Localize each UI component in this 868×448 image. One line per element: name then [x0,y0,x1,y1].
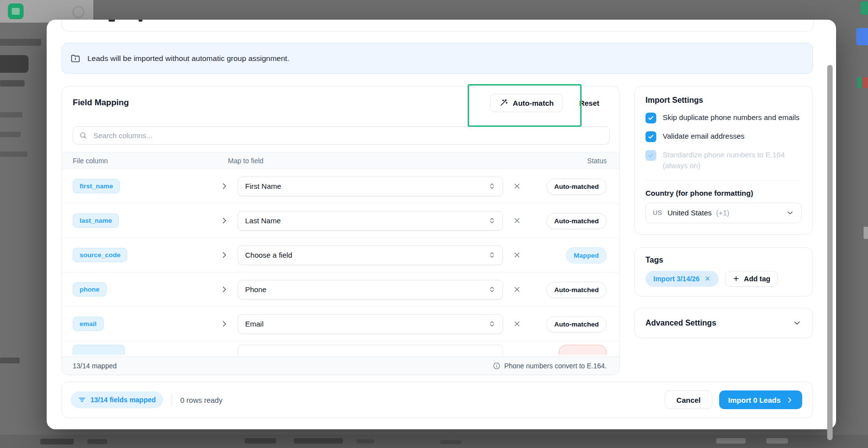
status-badge: Auto-matched [546,316,607,332]
chevron-right-icon [220,251,228,259]
plus-icon [732,275,740,282]
modal-scrollbar[interactable] [827,65,833,440]
import-leads-button[interactable]: Import 0 Leads [719,390,802,409]
updown-chevrons-icon [488,320,496,328]
file-column-header: File column [73,157,220,165]
mapping-row-email: email Email Auto-matched [62,307,619,341]
status-badge [559,345,607,355]
background-fragment [856,28,868,45]
background-fragment [766,438,788,444]
clear-mapping-button[interactable] [511,283,523,296]
map-to-field-select[interactable]: Last Name [238,211,503,231]
country-select[interactable]: US United States (+1) [645,203,802,223]
updown-chevrons-icon [488,182,496,190]
import-leads-modal: Leads will be imported without automatic… [47,20,836,429]
import-settings-title: Import Settings [645,96,802,105]
checkbox-checked-disabled-icon [645,150,656,161]
background-fragment [0,358,20,363]
background-fragment [245,438,276,444]
background-fragment [864,227,868,239]
mapping-row-phone: phone Phone Auto-matched [62,272,619,307]
field-mapping-title: Field Mapping [73,98,129,108]
status-badge: Auto-matched [546,179,607,195]
background-fragment [857,77,862,88]
tags-title: Tags [645,256,802,265]
map-to-field-select[interactable]: First Name [238,177,503,196]
chevron-right-icon [220,320,228,328]
background-fragment [0,55,28,73]
group-assignment-banner: Leads will be imported without automatic… [61,43,813,74]
tags-card: Tags Import 3/14/26 Add tag [634,247,813,297]
rows-ready-text: 0 rows ready [180,396,223,404]
cancel-button[interactable]: Cancel [665,390,712,409]
advanced-settings-toggle[interactable]: Advanced Settings [634,308,813,338]
phone-note: Phone numbers convert to E.164. [504,362,607,370]
clear-mapping-button[interactable] [511,180,523,192]
background-fragment [87,439,107,444]
remove-tag-button[interactable] [704,275,711,282]
clear-mapping-button[interactable] [511,249,523,261]
checkbox-standardize-e164: Standardize phone numbers to E.164 (alwa… [645,149,802,171]
mapping-row-source-code: source_code Choose a field Mapped [62,238,619,272]
filter-icon [78,396,86,404]
updown-chevrons-icon [488,286,496,293]
map-to-field-select[interactable]: Choose a field [238,245,503,265]
country-label: Country (for phone formatting) [645,189,802,197]
clear-mapping-button[interactable] [511,318,523,330]
chevron-right-icon [786,396,793,404]
background-fragment [40,439,74,445]
background-fragment [0,151,28,157]
folder-icon [70,53,81,63]
screen: Leads will be imported without automatic… [0,0,868,448]
app-logo [8,3,24,19]
file-column-pill: first_name [73,179,120,193]
import-settings-card: Import Settings Skip duplicate phone num… [634,86,813,235]
clipped-upload-card [61,20,814,31]
background-fragment [0,112,23,118]
divider [171,393,172,406]
chevron-right-icon [220,182,228,190]
background-fragment [440,440,462,444]
file-column-pill: email [73,317,104,331]
mapping-row-last-name: last_name Last Name Auto-matched [62,204,619,238]
advanced-settings-title: Advanced Settings [645,319,716,328]
background-fragment [0,132,21,137]
tag-chip: Import 3/14/26 [645,271,719,287]
chevron-down-icon [786,209,794,217]
file-column-pill: phone [73,282,107,297]
map-to-field-header: Map to field [228,157,503,165]
checkbox-skip-duplicates[interactable]: Skip duplicate phone numbers and emails [645,112,802,123]
map-to-field-select[interactable]: Phone [238,280,503,299]
mapping-table-footer: 13/14 mapped Phone numbers convert to E.… [62,357,619,375]
checkbox-validate-emails[interactable]: Validate email addresses [645,131,802,142]
status-badge: Auto-matched [546,213,607,229]
search-columns-field[interactable] [73,126,610,145]
search-columns-input[interactable] [92,131,603,140]
banner-text: Leads will be imported without automatic… [87,54,289,63]
status-badge: Mapped [566,247,607,264]
background-fragment [863,77,868,88]
updown-chevrons-icon [488,217,496,224]
background-fragment [716,438,746,444]
fields-mapped-badge: 13/14 fields mapped [71,391,163,408]
background-fragment [357,439,374,444]
status-badge: Auto-matched [546,282,607,298]
clear-mapping-button[interactable] [511,214,523,227]
chevron-right-icon [220,285,228,294]
status-header: Status [531,157,607,165]
mapping-row-clipped [62,341,619,355]
field-mapping-card: Field Mapping Auto-match Reset [61,86,620,375]
checkbox-checked-icon [645,131,656,142]
mapping-row-first-name: first_name First Name Auto-matched [62,169,619,204]
divider [645,180,802,181]
chevron-down-icon [792,318,802,328]
map-to-field-select[interactable]: Email [238,314,503,334]
map-to-field-select[interactable] [238,345,503,355]
add-tag-button[interactable]: Add tag [725,271,778,287]
file-column-pill: last_name [73,213,119,228]
background-fragment [0,39,41,46]
file-column-pill: source_code [73,248,127,262]
chevron-right-icon [220,216,228,225]
info-icon [493,362,501,370]
updown-chevrons-icon [488,251,496,259]
